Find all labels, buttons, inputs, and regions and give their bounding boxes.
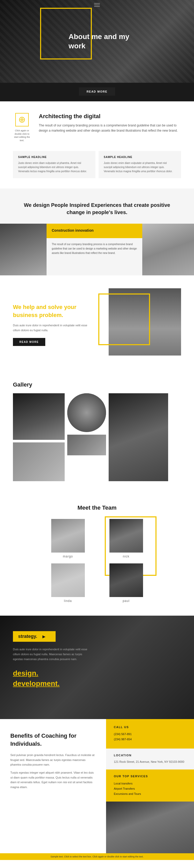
gallery-image-4 xyxy=(109,393,168,481)
sample-body-2: Justo donec enim diam vulputate ut phare… xyxy=(104,161,176,174)
benefits-left: Benefits of Coaching for Individuals. Se… xyxy=(0,719,106,853)
team-name-nick: nick xyxy=(123,555,129,558)
strategy-pill-text: strategy. xyxy=(18,634,37,639)
team-photo-linda xyxy=(51,563,85,597)
team-photo-margo xyxy=(51,519,85,553)
gallery-grid xyxy=(13,393,181,481)
gallery-section: Gallery xyxy=(0,374,194,494)
footer-hint-text: Sample text. Click to select the text bo… xyxy=(51,855,143,858)
services-list: Local transfers Airport Transfers Excurs… xyxy=(114,781,186,796)
gallery-col-1 xyxy=(13,393,65,481)
arch-title: Architecting the digital xyxy=(39,113,181,120)
services-title: OUR TOP SERVICES xyxy=(114,775,186,778)
construction-box: Construction innovation xyxy=(46,224,142,238)
benefits-right: CALL US (234) 567-891 (234) 987-654 LOCA… xyxy=(106,719,194,853)
team-section: Meet the Team margo nick linda paul xyxy=(0,494,194,616)
we-design-section: We design People Inspired Experiences th… xyxy=(0,188,194,216)
benefits-section: Benefits of Coaching for Individuals. Se… xyxy=(0,719,194,853)
we-help-body: Duis aute irure dolor in reprehenderit i… xyxy=(13,323,91,333)
contact-phone1: (234) 567-891 xyxy=(114,732,186,737)
team-title: Meet the Team xyxy=(15,504,179,511)
strategy-content: strategy. ▶ Duis aute irure dolor in rep… xyxy=(0,616,194,703)
team-photo-paul xyxy=(109,563,143,597)
construction-center: Construction innovation The result of ou… xyxy=(46,224,142,275)
contact-title: CALL US xyxy=(114,725,186,728)
gallery-image-1 xyxy=(13,393,65,440)
hero-title: About me and my work xyxy=(69,32,133,51)
sample-headline-1: SAMPLE HEADLINE xyxy=(18,156,90,158)
services-photo xyxy=(106,802,194,853)
arch-left: Click again or double click to start edi… xyxy=(13,113,31,142)
strategy-pill[interactable]: strategy. ▶ xyxy=(13,631,56,642)
sample-headline-2: SAMPLE HEADLINE xyxy=(104,156,176,158)
location-box: LOCATION 121 Rock Street, 21 Avenue, New… xyxy=(106,748,194,770)
gallery-col-2 xyxy=(67,393,106,481)
strategy-body: Duis aute irure dolor in reprehenderit i… xyxy=(13,647,91,661)
development-label: development. xyxy=(13,680,181,688)
service-item-3: Excursions and Tours xyxy=(114,791,186,796)
we-help-left: We help and solve your business problem.… xyxy=(13,303,98,346)
we-help-read-more-button[interactable]: READ MORE xyxy=(13,338,45,346)
hero-content: About me and my work xyxy=(61,32,133,51)
design-label: design. xyxy=(13,669,181,677)
gallery-image-3 xyxy=(67,435,106,455)
construction-img-left xyxy=(0,224,46,275)
team-photo-nick xyxy=(109,519,143,553)
svg-point-4 xyxy=(22,119,23,120)
team-member-paul: paul xyxy=(101,563,151,603)
contact-box: CALL US (234) 567-891 (234) 987-654 xyxy=(106,719,194,748)
hero-section: About me and my work xyxy=(0,0,194,83)
gallery-image-2 xyxy=(67,393,106,432)
gallery-col-3 xyxy=(109,393,168,481)
arch-description: The result of our company branding proce… xyxy=(39,123,181,133)
benefits-para2: Turpis egestas integer eget aliquet nibh… xyxy=(10,770,96,789)
construction-row: Construction innovation The result of ou… xyxy=(0,216,194,275)
sample-col-1: SAMPLE HEADLINE Justo donec enim diam vu… xyxy=(13,151,95,178)
construction-title: Construction innovation xyxy=(52,228,137,232)
team-member-linda: linda xyxy=(43,563,93,603)
we-help-section: We help and solve your business problem.… xyxy=(0,275,194,374)
hero-btn-wrap: READ MORE xyxy=(0,83,194,101)
we-help-title-highlight: problem. xyxy=(39,312,63,318)
team-grid: margo nick linda paul xyxy=(43,519,151,603)
location-address: 121 Rock Street, 21 Avenue, New York, NY… xyxy=(114,760,186,764)
hamburger-menu[interactable] xyxy=(94,3,100,7)
sample-headlines: SAMPLE HEADLINE Justo donec enim diam vu… xyxy=(0,151,194,188)
strategy-section: strategy. ▶ Duis aute irure dolor in rep… xyxy=(0,616,194,719)
service-item-1: Local transfers xyxy=(114,781,186,786)
team-name-linda: linda xyxy=(64,599,72,603)
arch-section: Click again or double click to start edi… xyxy=(0,101,194,151)
sample-col-2: SAMPLE HEADLINE Justo donec enim diam vu… xyxy=(99,151,181,178)
read-more-button[interactable]: READ MORE xyxy=(79,87,116,96)
arch-right: Architecting the digital The result of o… xyxy=(39,113,181,133)
gallery-title: Gallery xyxy=(13,381,181,388)
play-icon: ▶ xyxy=(42,634,45,639)
team-member-margo: margo xyxy=(43,519,93,558)
location-title: LOCATION xyxy=(114,754,186,757)
benefits-title: Benefits of Coaching for Individuals. xyxy=(10,732,96,748)
construction-img-right xyxy=(142,224,194,275)
services-box: OUR TOP SERVICES Local transfers Airport… xyxy=(106,770,194,802)
we-help-title: We help and solve your business problem. xyxy=(13,303,91,319)
footer-hint: Sample text. Click to select the text bo… xyxy=(0,853,194,860)
team-name-paul: paul xyxy=(123,599,130,603)
arch-svg-icon xyxy=(19,116,26,123)
we-help-title-part1: We help and solve your xyxy=(13,304,76,310)
benefits-para1: Sed pulvinar proin gravida hendrerit lec… xyxy=(10,753,96,767)
service-item-2: Airport Transfers xyxy=(114,786,186,791)
we-design-heading: We design People Inspired Experiences th… xyxy=(15,202,179,216)
we-help-title-part2: business xyxy=(13,312,39,318)
arch-edit-hint: Click again or double click to start edi… xyxy=(13,129,31,142)
contact-phone2: (234) 987-654 xyxy=(114,737,186,742)
arch-icon xyxy=(15,113,29,126)
team-name-margo: margo xyxy=(63,555,73,558)
construction-body: The result of our company branding proce… xyxy=(46,238,142,275)
sample-body-1: Justo donec enim diam vulputate ut phare… xyxy=(18,161,90,174)
we-help-image xyxy=(109,288,181,355)
gallery-image-5 xyxy=(13,442,65,481)
we-help-right xyxy=(98,288,181,361)
team-member-nick: nick xyxy=(101,519,151,558)
